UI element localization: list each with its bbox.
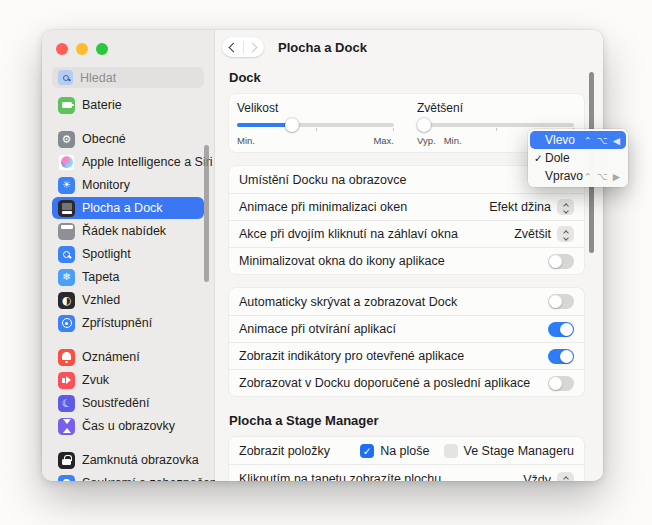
row-titlebar-doubleclick: Akce při dvojím kliknutí na záhlaví okna… xyxy=(229,220,584,247)
menu-item-vlevo[interactable]: Vlevo ⌃ ⌥ ◀ xyxy=(530,131,626,149)
bell-icon xyxy=(58,349,75,366)
sidebar-item-label: Tapeta xyxy=(82,270,120,284)
row-open-animation: Animace při otvírání aplikací xyxy=(229,315,584,342)
minimize-animation-popup[interactable] xyxy=(557,199,574,215)
wallpaper-icon: ❄ xyxy=(58,269,75,286)
minimize-into-app-icon-toggle[interactable] xyxy=(548,254,574,269)
sidebar-item-plocha-a-dock[interactable]: Plocha a Dock xyxy=(52,197,204,219)
sidebar-item-spotlight[interactable]: Spotlight xyxy=(52,243,204,265)
sidebar-item-label: Vzhled xyxy=(82,293,120,307)
magnify-slider-knob[interactable] xyxy=(417,118,431,132)
stage-card: Zobrazit položky ✓ Na ploše Ve Stage Man… xyxy=(228,436,585,481)
section-heading-dock: Dock xyxy=(229,70,585,85)
forward-button[interactable] xyxy=(244,37,265,57)
system-settings-window: Baterie ⚙ Obecné Apple Intelligence a Si… xyxy=(42,30,603,481)
accessibility-icon xyxy=(58,315,75,332)
size-slider-knob[interactable] xyxy=(285,118,299,132)
size-min-label: Min. xyxy=(237,135,255,146)
menu-item-dole[interactable]: ✓ Dole xyxy=(530,149,626,167)
row-open-indicators: Zobrazit indikátory pro otevřené aplikac… xyxy=(229,342,584,369)
zoom-button[interactable] xyxy=(96,43,108,55)
screen: Baterie ⚙ Obecné Apple Intelligence a Si… xyxy=(0,0,652,525)
shortcut-ctrl-opt-left: ⌃ ⌥ ◀ xyxy=(584,135,621,146)
sidebar-item-label: Oznámení xyxy=(82,350,140,364)
sidebar-scrollbar[interactable] xyxy=(204,145,209,282)
magnify-slider-label: Zvětšení xyxy=(417,101,574,115)
sidebar-item-label: Plocha a Dock xyxy=(82,201,163,215)
back-button[interactable] xyxy=(222,37,243,57)
speaker-icon xyxy=(58,372,75,389)
chevron-left-icon xyxy=(228,42,238,52)
dock-toggles-card: Automaticky skrývat a zobrazovat Dock An… xyxy=(228,287,585,397)
sidebar-item-siri[interactable]: Apple Intelligence a Siri xyxy=(52,151,204,173)
check-icon: ✓ xyxy=(534,152,544,164)
dock-position-menu: Vlevo ⌃ ⌥ ◀ ✓ Dole Vpravo ⌃ ⌥ ▶ xyxy=(528,129,628,187)
menu-bar-icon xyxy=(58,223,75,240)
battery-icon xyxy=(58,97,75,114)
sidebar-item-label: Apple Intelligence a Siri xyxy=(82,155,213,169)
menu-item-vpravo[interactable]: Vpravo ⌃ ⌥ ▶ xyxy=(530,167,626,185)
size-slider[interactable] xyxy=(237,117,394,132)
settings-content: Dock Velikost Min. xyxy=(215,64,603,481)
row-minimize-into-app-icon: Minimalizovat okna do ikony aplikace xyxy=(229,247,584,274)
sidebar-item-radek-nabidek[interactable]: Řádek nabídek xyxy=(52,220,204,242)
siri-icon xyxy=(58,154,75,171)
sidebar-item-vzhled[interactable]: ◐ Vzhled xyxy=(52,289,204,311)
main-pane: Plocha a Dock Dock Velikost xyxy=(215,30,603,481)
open-animation-toggle[interactable] xyxy=(548,322,574,337)
autohide-dock-toggle[interactable] xyxy=(548,294,574,309)
section-heading-stage: Plocha a Stage Manager xyxy=(229,413,585,428)
page-title: Plocha a Dock xyxy=(278,40,367,55)
row-show-items: Zobrazit položky ✓ Na ploše Ve Stage Man… xyxy=(229,437,584,464)
open-indicators-toggle[interactable] xyxy=(548,349,574,364)
sidebar-item-label: Obecné xyxy=(82,132,126,146)
sidebar-item-zpristupneni[interactable]: Zpřístupnění xyxy=(52,312,204,334)
sidebar-item-monitory[interactable]: ☀ Monitory xyxy=(52,174,204,196)
sidebar-item-soustredeni[interactable]: ☾ Soustředění xyxy=(52,392,204,414)
titlebar-doubleclick-popup[interactable] xyxy=(557,226,574,242)
sidebar: Baterie ⚙ Obecné Apple Intelligence a Si… xyxy=(42,30,215,481)
sidebar-item-label: Zpřístupnění xyxy=(82,316,152,330)
shortcut-ctrl-opt-right: ⌃ ⌥ ▶ xyxy=(584,171,621,182)
lock-icon xyxy=(58,452,75,469)
desktop-dock-icon xyxy=(58,200,75,217)
chevron-right-icon xyxy=(248,42,258,52)
wallpaper-click-popup[interactable] xyxy=(557,472,574,481)
search-icon xyxy=(58,70,73,85)
search-field[interactable] xyxy=(52,67,204,88)
titlebar: Plocha a Dock xyxy=(215,30,603,64)
sidebar-item-label: Soukromí a zabezpečení xyxy=(82,476,220,481)
size-slider-label: Velikost xyxy=(237,101,394,115)
suggested-recent-apps-toggle[interactable] xyxy=(548,376,574,391)
check-icon: ✓ xyxy=(363,445,372,457)
magnify-min-label: Min. xyxy=(444,135,462,146)
hourglass-icon xyxy=(58,418,75,435)
size-slider-group: Velikost Min. Max. xyxy=(237,101,394,146)
sidebar-item-label: Spotlight xyxy=(82,247,131,261)
nav-pill xyxy=(222,37,264,57)
sidebar-item-soukromi[interactable]: Soukromí a zabezpečení xyxy=(52,472,204,481)
close-button[interactable] xyxy=(56,43,68,55)
moon-icon: ☾ xyxy=(58,395,75,412)
sidebar-item-label: Soustředění xyxy=(82,396,149,410)
minimize-button[interactable] xyxy=(76,43,88,55)
on-desktop-checkbox[interactable]: ✓ xyxy=(360,444,374,458)
row-minimize-animation: Animace při minimalizaci oken Efekt džin… xyxy=(229,193,584,220)
sidebar-item-zamknuta-obrazovka[interactable]: Zamknutá obrazovka xyxy=(52,449,204,471)
row-autohide-dock: Automaticky skrývat a zobrazovat Dock xyxy=(229,288,584,315)
sidebar-item-cas-u-obrazovky[interactable]: Čas u obrazovky xyxy=(52,415,204,437)
sidebar-item-oznameni[interactable]: Oznámení xyxy=(52,346,204,368)
display-brightness-icon: ☀ xyxy=(58,177,75,194)
sidebar-item-baterie[interactable]: Baterie xyxy=(52,94,204,116)
privacy-hand-icon xyxy=(58,475,75,482)
sidebar-item-label: Čas u obrazovky xyxy=(82,419,175,433)
spotlight-icon xyxy=(58,246,75,263)
sidebar-item-label: Baterie xyxy=(82,98,122,112)
chevron-down-icon xyxy=(563,235,569,241)
sidebar-item-zvuk[interactable]: Zvuk xyxy=(52,369,204,391)
magnify-off-label: Vyp. xyxy=(417,135,436,146)
search-input[interactable] xyxy=(78,70,188,86)
sidebar-item-obecne[interactable]: ⚙ Obecné xyxy=(52,128,204,150)
sidebar-item-tapeta[interactable]: ❄ Tapeta xyxy=(52,266,204,288)
in-stage-manager-checkbox[interactable] xyxy=(444,444,458,458)
